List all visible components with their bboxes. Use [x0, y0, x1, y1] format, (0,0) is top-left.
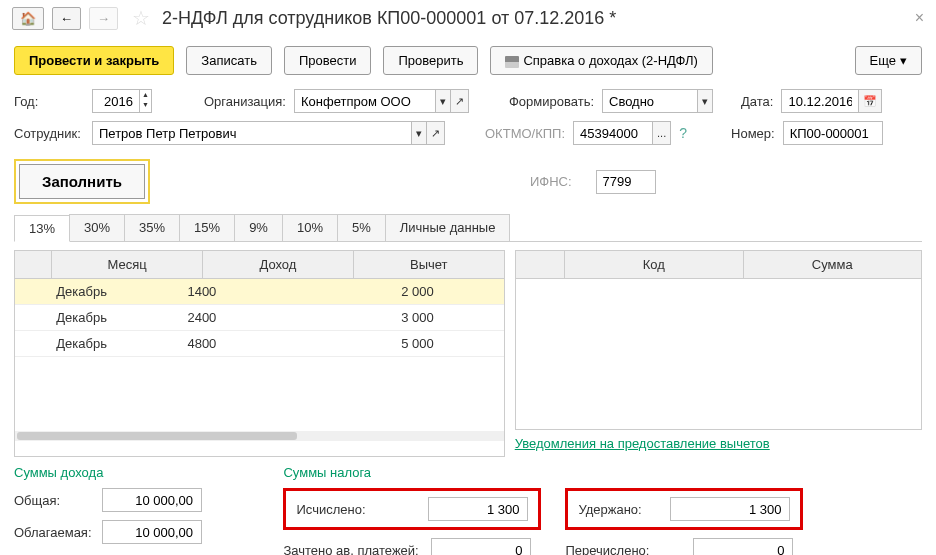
oktmo-more-icon[interactable]: ... [653, 121, 671, 145]
close-icon[interactable]: × [915, 9, 924, 27]
org-input[interactable] [294, 89, 436, 113]
h-scrollbar[interactable] [15, 431, 504, 441]
year-spinner[interactable]: ▲▼ [140, 89, 152, 113]
tab-13[interactable]: 13% [14, 215, 70, 242]
emp-dropdown-icon[interactable]: ▾ [412, 121, 427, 145]
transferred-input[interactable] [693, 538, 793, 555]
main-toolbar: Провести и закрыть Записать Провести Про… [0, 36, 936, 85]
forward-button[interactable]: → [89, 7, 118, 30]
total-input[interactable] [102, 488, 202, 512]
post-button[interactable]: Провести [284, 46, 372, 75]
tab-10[interactable]: 10% [282, 214, 338, 241]
tab-15[interactable]: 15% [179, 214, 235, 241]
withheld-input[interactable] [670, 497, 790, 521]
th-sum: Сумма [744, 251, 921, 278]
ifns-label: ИФНС: [530, 174, 572, 189]
chevron-down-icon: ▾ [900, 53, 907, 68]
emp-label: Сотрудник: [14, 126, 84, 141]
fill-button[interactable]: Заполнить [19, 164, 145, 199]
tab-9[interactable]: 9% [234, 214, 283, 241]
table-row[interactable]: Декабрь48005 000 [15, 331, 504, 357]
oktmo-label: ОКТМО/КПП: [485, 126, 565, 141]
ifns-input[interactable] [596, 170, 656, 194]
withheld-label: Удержано: [578, 502, 658, 517]
year-label: Год: [14, 94, 84, 109]
notifications-link[interactable]: Уведомления на предоставление вычетов [515, 430, 922, 457]
table-row[interactable]: Декабрь14002 000 [15, 279, 504, 305]
printer-icon [505, 56, 519, 68]
print-button[interactable]: Справка о доходах (2-НДФЛ) [490, 46, 712, 75]
date-label: Дата: [741, 94, 773, 109]
tab-30[interactable]: 30% [69, 214, 125, 241]
save-button[interactable]: Записать [186, 46, 272, 75]
help-icon[interactable]: ? [679, 125, 687, 141]
th-blank [15, 251, 52, 278]
more-button[interactable]: Еще ▾ [855, 46, 922, 75]
th-month: Месяц [52, 251, 203, 278]
tabs: 13% 30% 35% 15% 9% 10% 5% Личные данные [14, 214, 922, 242]
deduction-table: Код Сумма [515, 250, 922, 430]
check-button[interactable]: Проверить [383, 46, 478, 75]
th-deduct: Вычет [354, 251, 504, 278]
date-input[interactable] [781, 89, 859, 113]
favorite-icon[interactable]: ☆ [132, 6, 150, 30]
income-table: Месяц Доход Вычет Декабрь14002 000 Декаб… [14, 250, 505, 457]
page-title: 2-НДФЛ для сотрудников КП00-000001 от 07… [162, 8, 616, 29]
org-open-icon[interactable]: ↗ [451, 89, 469, 113]
taxable-input[interactable] [102, 520, 202, 544]
tab-personal[interactable]: Личные данные [385, 214, 511, 241]
post-close-button[interactable]: Провести и закрыть [14, 46, 174, 75]
tax-sums: Суммы налога Исчислено: Зачтено ав. плат… [283, 465, 922, 555]
th-income: Доход [203, 251, 354, 278]
th-code: Код [565, 251, 743, 278]
number-label: Номер: [731, 126, 775, 141]
org-label: Организация: [204, 94, 286, 109]
form-dropdown-icon[interactable]: ▾ [698, 89, 713, 113]
fields-row-2: Сотрудник: ▾ ↗ ОКТМО/КПП: ... ? Номер: [0, 117, 936, 149]
total-label: Общая: [14, 493, 94, 508]
fields-row-1: Год: ▲▼ Организация: ▾ ↗ Формировать: ▾ … [0, 85, 936, 117]
calc-input[interactable] [428, 497, 528, 521]
form-label: Формировать: [509, 94, 594, 109]
oktmo-input[interactable] [573, 121, 653, 145]
table-row[interactable]: Декабрь24003 000 [15, 305, 504, 331]
titlebar: 🏠 ← → ☆ 2-НДФЛ для сотрудников КП00-0000… [0, 0, 936, 36]
income-sums-title: Суммы дохода [14, 465, 253, 480]
offset-input[interactable] [431, 538, 531, 555]
fill-button-frame: Заполнить [14, 159, 150, 204]
calc-label: Исчислено: [296, 502, 416, 517]
offset-label: Зачтено ав. платежей: [283, 543, 423, 556]
calc-frame: Исчислено: [283, 488, 541, 530]
tab-5[interactable]: 5% [337, 214, 386, 241]
number-input[interactable] [783, 121, 883, 145]
org-dropdown-icon[interactable]: ▾ [436, 89, 451, 113]
taxable-label: Облагаемая: [14, 525, 94, 540]
tax-sums-title: Суммы налога [283, 465, 922, 480]
back-button[interactable]: ← [52, 7, 81, 30]
income-sums: Суммы дохода Общая: Облагаемая: [14, 465, 253, 555]
emp-input[interactable] [92, 121, 412, 145]
form-input[interactable] [602, 89, 698, 113]
withheld-frame: Удержано: [565, 488, 803, 530]
year-input[interactable] [92, 89, 140, 113]
emp-open-icon[interactable]: ↗ [427, 121, 445, 145]
home-button[interactable]: 🏠 [12, 7, 44, 30]
th-blank2 [516, 251, 565, 278]
transferred-label: Перечислено: [565, 543, 685, 556]
tab-35[interactable]: 35% [124, 214, 180, 241]
calendar-icon[interactable]: 📅 [859, 89, 882, 113]
